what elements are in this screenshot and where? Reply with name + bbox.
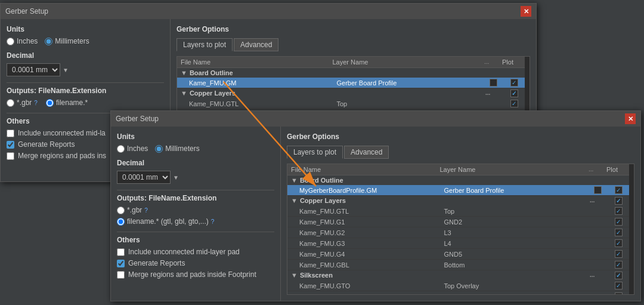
bg-dialog-title: Gerber Setup ✕ <box>1 4 536 19</box>
fg-decimal-wrapper: 0.0001 mm ▼ <box>117 171 274 184</box>
bg-file-options: *.gbr ? filename.* <box>7 98 164 107</box>
bg-mm-option[interactable]: Millimeters <box>45 37 89 45</box>
bg-gerber-options-label: Gerber Options <box>177 25 530 33</box>
fg-row5[interactable]: Kame_FMU.G3 L4 ✓ <box>287 238 634 249</box>
bg-close-button[interactable]: ✕ <box>521 6 531 17</box>
fg-dropdown-arrow: ▼ <box>173 174 179 181</box>
bg-inches-option[interactable]: Inches <box>7 37 38 45</box>
fg-others-section: Others Include unconnected mid-layer pad… <box>117 236 274 279</box>
fg-board-outline-header: ▼Board Outline <box>287 175 634 185</box>
fg-gerber-options-label: Gerber Options <box>287 133 634 141</box>
bg-copper-layers-header: ▼Copper Layers ... ✓ <box>177 88 530 98</box>
fg-units-label: Units <box>117 133 274 141</box>
fg-checkbox3[interactable]: Merge regions and pads inside Footprint <box>117 270 274 279</box>
fg-checkbox1[interactable]: Include unconnected mid-layer pad <box>117 248 274 256</box>
bg-decimal-select[interactable]: 0.0001 mm <box>7 63 60 76</box>
fg-scrollbar[interactable] <box>629 164 634 294</box>
fg-row2[interactable]: Kame_FMU.GTL Top ✓ <box>287 206 634 217</box>
fg-mm-option[interactable]: Millimeters <box>155 144 199 153</box>
bg-tabs: Layers to plot Advanced <box>177 38 530 51</box>
fg-inches-option[interactable]: Inches <box>117 144 148 153</box>
fg-dialog-title-text: Gerber Setup <box>116 115 159 123</box>
bg-tab-layers[interactable]: Layers to plot <box>177 38 233 51</box>
bg-filename-option[interactable]: filename.* <box>46 98 88 107</box>
fg-row3[interactable]: Kame_FMU.G1 GND2 ✓ <box>287 217 634 227</box>
fg-silkscreen-header: ▼Silkscreen ... ✓ <box>287 270 634 281</box>
fg-tab-advanced[interactable]: Advanced <box>344 146 389 159</box>
fg-help-icon1: ? <box>144 207 148 214</box>
fg-units-group: Inches Millimeters <box>117 144 274 153</box>
fg-table: File Name Layer Name ... Plot ▼Board Out… <box>287 164 634 295</box>
bg-gbr-option[interactable]: *.gbr ? <box>7 98 38 107</box>
fg-right-panel: Gerber Options Layers to plot Advanced F… <box>281 127 640 301</box>
fg-row6[interactable]: Kame_FMU.G4 GND5 ✓ <box>287 249 634 260</box>
fg-decimal-label: Decimal <box>117 159 274 167</box>
fg-row8[interactable]: Kame_FMU.GTO Top Overlay ✓ <box>287 281 634 291</box>
fg-tab-layers[interactable]: Layers to plot <box>287 146 343 159</box>
fg-decimal-select[interactable]: 0.0001 mm <box>117 171 171 184</box>
bg-decimal-wrapper: 0.0001 mm ▼ <box>7 63 164 76</box>
bg-units-group: Inches Millimeters <box>7 37 164 45</box>
fg-others-label: Others <box>117 236 274 244</box>
fg-help-icon2: ? <box>211 218 215 225</box>
fg-close-button[interactable]: ✕ <box>625 113 636 124</box>
fg-dialog: Gerber Setup ✕ Units Inches Millimeters … <box>110 110 641 301</box>
bg-row1[interactable]: Kame_FMU.GM Gerber Board Profile ✓ <box>177 78 530 88</box>
fg-copper-layers-header: ▼Copper Layers ... ✓ <box>287 196 634 206</box>
bg-outputs-label: Outputs: FileName.Extension <box>7 87 164 95</box>
fg-row1[interactable]: MyGerberBoardProfile.GM Gerber Board Pro… <box>287 185 634 196</box>
bg-board-outline-header: ▼Board Outline <box>177 68 530 78</box>
fg-filename-option[interactable]: filename.* (gtl, gbl, gto,...) ? <box>117 217 274 226</box>
bg-dropdown-arrow: ▼ <box>63 67 69 73</box>
bg-tab-advanced[interactable]: Advanced <box>234 38 278 51</box>
bg-dialog-title-text: Gerber Setup <box>5 7 48 16</box>
fg-gbr-option[interactable]: *.gbr ? <box>117 206 274 214</box>
fg-table-header: File Name Layer Name ... Plot <box>287 164 634 175</box>
bg-help-icon: ? <box>34 100 38 106</box>
bg-decimal-label: Decimal <box>7 51 164 60</box>
fg-file-options: *.gbr ? filename.* (gtl, gbl, gto,...) ? <box>117 206 274 226</box>
fg-left-panel: Units Inches Millimeters Decimal 0.0001 … <box>111 127 281 301</box>
bg-units-label: Units <box>7 25 164 33</box>
fg-row9[interactable]: Kame_FMU.GBO Bottom Overlay ✓ <box>287 291 634 295</box>
fg-dialog-title: Gerber Setup ✕ <box>111 111 640 127</box>
bg-table-header: File Name Layer Name ... Plot <box>177 57 530 68</box>
fg-tabs: Layers to plot Advanced <box>287 146 634 159</box>
fg-outputs-label: Outputs: FileName.Extension <box>117 194 274 202</box>
fg-row7[interactable]: Kame_FMU.GBL Bottom ✓ <box>287 260 634 270</box>
bg-row2[interactable]: Kame_FMU.GTL Top ✓ <box>177 98 530 109</box>
fg-checkbox2[interactable]: Generate Reports <box>117 259 274 267</box>
fg-row4[interactable]: Kame_FMU.G2 L3 ✓ <box>287 227 634 238</box>
